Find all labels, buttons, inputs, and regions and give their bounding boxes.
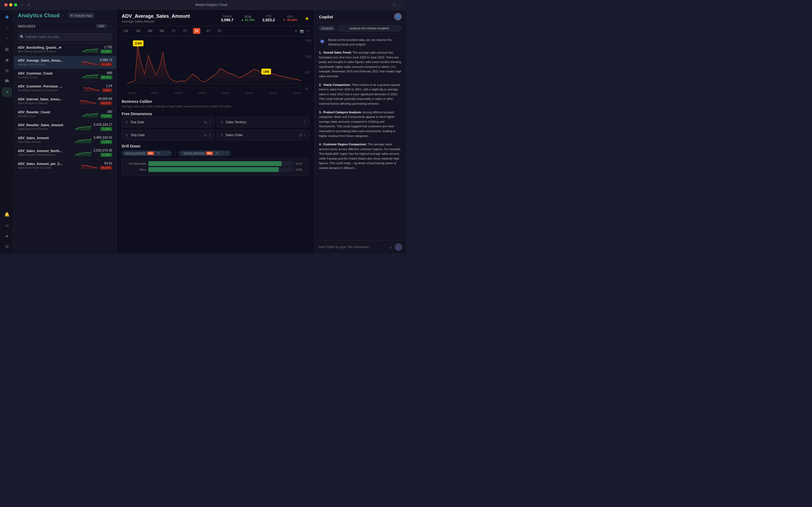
indicator-name: ADV_Average_Sales_Amou...	[18, 59, 79, 62]
indicator-item[interactable]: ADV_Reseller_Count Reseller Count 180 74…	[14, 108, 116, 121]
indicator-item[interactable]: ADV_Average_Sales_Amou... Average Sales …	[14, 56, 116, 69]
breadcrumb-app[interactable]: ⊞ Indicator App	[68, 13, 94, 18]
indicator-value: 2,532,074.35	[94, 149, 112, 152]
copilot-send-button[interactable]: ↑	[395, 243, 402, 251]
filter-settings-icon[interactable]: ⚌	[2, 220, 12, 230]
drill-left-bar[interactable]: Bar	[147, 152, 154, 155]
copilot-header: Copilot 👤	[315, 10, 406, 23]
tab-3m[interactable]: 3M	[146, 28, 154, 34]
tab-6m[interactable]: 6M	[158, 28, 166, 34]
copilot-command[interactable]: /analysis	[319, 26, 335, 31]
indicator-item[interactable]: ADV_Sales_Amount Total Sales Amount 3,46…	[14, 133, 116, 147]
drill-left-pie[interactable]: Pie	[155, 151, 162, 155]
indicator-item[interactable]: ADV_Sales_Amount_North... Sales Amount o…	[14, 147, 116, 159]
grid-icon[interactable]: ⊞	[2, 66, 12, 75]
tab-1m[interactable]: 1M	[134, 28, 142, 34]
tab-3y[interactable]: 3Y	[193, 28, 200, 34]
help-icon-4[interactable]: ?	[304, 133, 306, 137]
indicator-name: ADV_Internet_Sales_Amou...	[18, 98, 77, 101]
dimension-sales-order[interactable]: ⇅ Sales Order ⊞ ?	[217, 130, 309, 140]
chart-tab-actions: ⬇ 📷 ↺	[294, 29, 309, 33]
indicator-badge: 74.76%	[100, 114, 112, 118]
svg-marker-4	[80, 100, 96, 104]
copilot-ask-input[interactable]	[319, 245, 387, 249]
tab-1w[interactable]: 1W	[122, 28, 130, 34]
home-icon[interactable]: ⌂	[2, 22, 12, 32]
indicator-item[interactable]: ADV_Customer_Count Customer Count 899 80…	[14, 69, 116, 82]
indicator-item[interactable]: ADV_BestSelling_Quanti...★ Best Selling …	[14, 43, 116, 56]
bell-icon[interactable]: 🔔	[2, 209, 12, 219]
indicator-name: ADV_Customer_Purchase_...	[18, 84, 82, 88]
indicator-info: ADV_Customer_Count Customer Count	[18, 71, 80, 79]
settings-icon[interactable]: ⚙	[2, 242, 12, 251]
grid-icon-3[interactable]: ⊞	[299, 133, 302, 137]
yoy-toggle[interactable]: YOY	[96, 24, 106, 28]
indicator-sparkline	[75, 123, 91, 131]
y-label-10k: 10K$	[305, 55, 311, 58]
bar-value-1: 18,97	[295, 162, 306, 165]
back-button[interactable]: ←	[21, 3, 24, 7]
maximize-button[interactable]	[14, 3, 17, 6]
add-icon[interactable]: ＋	[2, 34, 12, 43]
nav-arrows[interactable]: ‹	[63, 13, 64, 17]
tab-1y[interactable]: 1Y	[170, 28, 177, 34]
more-options-button[interactable]: ···	[109, 24, 112, 29]
share-icon[interactable]: ⬡	[392, 2, 396, 7]
dimension-due-date[interactable]: ⇅ Due Date ⊞ ?	[122, 117, 214, 127]
indicator-badge: 59.96%	[100, 50, 112, 54]
dim-icons: ⊞ ?	[204, 120, 211, 124]
screenshot-icon[interactable]: 📷	[300, 29, 304, 33]
window-controls[interactable]: ← ↻	[4, 3, 30, 7]
copilot-avatar: 👤	[394, 13, 402, 20]
drill-right-bar[interactable]: Bar	[206, 152, 213, 155]
bar-container-2	[148, 167, 293, 172]
tab-5y[interactable]: 5Y	[216, 28, 223, 34]
indicator-item[interactable]: ADV_Sales_Amount_per_C... Sales Amount p…	[14, 159, 116, 172]
bar-label-1: Not Applicable	[125, 162, 146, 165]
dashboard-icon[interactable]: ▦	[2, 44, 12, 54]
svg-marker-9	[81, 165, 98, 169]
indicator-sparkline	[75, 149, 91, 157]
more-icon[interactable]: ···	[398, 2, 402, 7]
tab-4y[interactable]: 4Y	[205, 28, 212, 34]
close-button[interactable]	[4, 3, 7, 6]
indicator-item[interactable]: ADV_Customer_Purchase_... Purchase Frequ…	[14, 82, 116, 95]
analytics-icon[interactable]: ◉	[2, 55, 12, 65]
favorite-button[interactable]: ★	[305, 16, 309, 21]
copilot-section-1: 1. Overall Sales Trend: The average sale…	[319, 50, 402, 79]
dim-icons-2: ?	[304, 120, 306, 124]
indicator-right: 2,532,074.35 23.28%	[94, 149, 112, 157]
chevron-left-icon[interactable]: ‹	[63, 13, 64, 17]
help-icon-3[interactable]: ?	[209, 133, 211, 137]
tab-2y[interactable]: 2Y	[182, 28, 189, 34]
indicator-badge: -96.85%	[100, 166, 112, 170]
brand-icon[interactable]: ◈	[2, 12, 12, 21]
grid-icon-2[interactable]: ⊞	[204, 133, 207, 137]
help-icon-2[interactable]: ?	[304, 120, 306, 124]
signal-icon[interactable]: ▲	[2, 231, 12, 240]
minimize-button[interactable]	[9, 3, 12, 6]
dimension-sales-territory[interactable]: ⇅ Sales Territory ?	[217, 117, 309, 127]
dim-icons-3: ⊞ ?	[204, 133, 211, 137]
refresh-button[interactable]: ↻	[28, 3, 30, 7]
svg-text:12.4K$: 12.4K$	[134, 42, 142, 45]
trend-icon[interactable]: ↗	[2, 87, 12, 97]
indicator-name: ADV_BestSelling_Quanti...★	[18, 46, 80, 50]
indicator-desc: Sales Amount of Internet	[18, 102, 77, 105]
download-icon[interactable]: ⬇	[294, 29, 297, 33]
bar-container-1	[148, 161, 293, 166]
cart-icon[interactable]: ⛟	[2, 76, 12, 86]
drill-right-pie[interactable]: Pie	[214, 151, 221, 155]
refresh-chart-icon[interactable]: ↺	[306, 29, 309, 33]
dimension-ship-date[interactable]: ⇅ Ship Date ⊞ ?	[122, 130, 214, 140]
grid-icon[interactable]: ⊞	[204, 120, 207, 124]
stat-yoy-label: YOY	[282, 15, 297, 18]
search-input[interactable]	[18, 33, 112, 41]
help-icon[interactable]: ?	[209, 120, 211, 124]
copilot-filter-icon[interactable]: ⚌	[389, 245, 392, 249]
indicator-item[interactable]: ADV_Reseller_Sales_Amount Sales Amount o…	[14, 121, 116, 133]
stat-current-value: 3,096.7	[221, 18, 233, 22]
stat-current: Current 3,096.7	[221, 15, 233, 22]
indicator-item[interactable]: ADV_Internet_Sales_Amou... Sales Amount …	[14, 95, 116, 108]
icon-sidebar: ◈ ⌂ ＋ ▦ ◉ ⊞ ⛟ ↗ 🔔 ⚌ ▲ ⚙	[0, 10, 14, 253]
